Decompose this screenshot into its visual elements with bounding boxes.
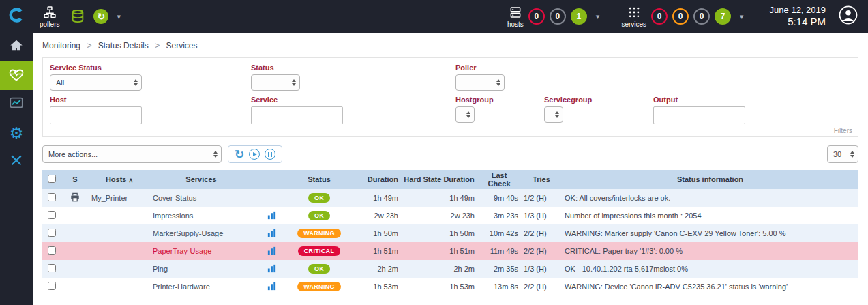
page-size-select[interactable]: 30 — [827, 145, 858, 163]
output-input[interactable] — [653, 106, 745, 124]
status-information-cell: Number of impressions this month : 2054 — [562, 207, 858, 224]
heart-pulse-icon — [8, 66, 25, 85]
duration-cell: 1h 51m — [348, 242, 401, 260]
host-input[interactable] — [50, 106, 142, 124]
services-critical-badge[interactable]: 0 — [651, 8, 668, 25]
service-link[interactable]: Cover-Status — [153, 194, 196, 202]
tries-cell: 1/3 (H) — [521, 260, 562, 278]
sidebar-item-reporting[interactable] — [0, 90, 33, 119]
play-icon[interactable] — [249, 149, 260, 160]
sync-status-icon[interactable]: ↻ — [93, 9, 108, 24]
header-status-information[interactable]: Status information — [562, 170, 858, 189]
pollers-label: pollers — [40, 20, 59, 28]
row-checkbox[interactable] — [48, 282, 56, 290]
service-status-select[interactable]: All — [50, 74, 142, 91]
row-checkbox[interactable] — [48, 264, 56, 272]
service-status-label: Service Status — [50, 63, 251, 72]
services-ok-badge[interactable]: 7 — [715, 8, 731, 25]
select-arrows-icon — [292, 79, 296, 86]
sidebar-item-home[interactable] — [0, 33, 33, 61]
last-check-cell: 9m 40s — [477, 189, 521, 207]
clock: June 12, 2019 5:14 PM — [770, 5, 826, 29]
user-avatar-icon — [838, 5, 858, 28]
header-services[interactable]: Services — [150, 170, 252, 189]
hosts-up-badge[interactable]: 1 — [571, 8, 587, 25]
duration-cell: 2h 2m — [348, 260, 401, 278]
refresh-controls: ↻ — [228, 145, 282, 163]
row-checkbox[interactable] — [48, 246, 56, 255]
header-hosts[interactable]: Hosts∧ — [89, 170, 150, 189]
hosts-menu[interactable]: hosts — [507, 5, 524, 28]
service-link[interactable]: MarkerSupply-Usage — [153, 229, 223, 237]
sidebar-item-monitoring[interactable] — [0, 61, 33, 90]
graph-icon[interactable] — [267, 284, 276, 292]
status-badge: OK — [308, 264, 330, 274]
sidebar-item-configuration[interactable]: ⚙ — [0, 119, 33, 147]
filter-panel: Service Status All Status Poller — [42, 57, 858, 137]
row-checkbox[interactable] — [48, 211, 56, 219]
refresh-icon[interactable]: ↻ — [235, 149, 244, 160]
breadcrumb-monitoring[interactable]: Monitoring — [42, 41, 80, 50]
service-link[interactable]: Ping — [153, 265, 168, 273]
row-checkbox[interactable] — [48, 229, 56, 237]
hard-state-duration-cell: 1h 53m — [401, 278, 477, 295]
breadcrumb-status-details[interactable]: Status Details — [98, 41, 149, 50]
last-check-cell: 3m 23s — [477, 207, 521, 224]
header-hard-state-duration[interactable]: Hard State Duration — [401, 170, 477, 189]
hosts-down-badge[interactable]: 0 — [528, 8, 545, 25]
hostgroup-select[interactable] — [455, 106, 475, 123]
duration-cell: 1h 53m — [348, 278, 401, 295]
database-status-icon[interactable] — [70, 9, 85, 24]
hosts-unreachable-badge[interactable]: 0 — [550, 8, 566, 25]
servicegroup-select[interactable] — [544, 106, 563, 123]
graph-icon[interactable] — [267, 266, 276, 274]
chevron-down-icon[interactable]: ▾ — [596, 12, 600, 21]
service-input[interactable] — [251, 106, 343, 124]
host-link[interactable]: My_Printer — [91, 194, 128, 202]
header-tries[interactable]: Tries — [521, 170, 562, 189]
more-actions-value: More actions... — [48, 150, 98, 158]
header-duration[interactable]: Duration — [348, 170, 401, 189]
graph-icon[interactable] — [267, 213, 276, 221]
page-size-value: 30 — [833, 150, 841, 158]
table-row: PaperTray-Usage CRITICAL 1h 51m 1h 51m 1… — [42, 242, 858, 260]
centreon-logo[interactable] — [0, 0, 33, 33]
graph-icon[interactable] — [267, 248, 276, 257]
chevron-down-icon[interactable]: ▾ — [117, 12, 121, 21]
graph-icon[interactable] — [267, 231, 276, 239]
services-unknown-badge[interactable]: 0 — [693, 8, 710, 25]
pollers-menu[interactable]: pollers — [40, 5, 59, 28]
actions-toolbar: More actions... ↻ 30 — [42, 145, 858, 163]
sidebar-item-administration[interactable] — [0, 147, 33, 176]
select-arrows-icon — [213, 151, 218, 158]
tries-cell: 1/3 (H) — [521, 207, 562, 224]
services-warning-badge[interactable]: 0 — [672, 8, 689, 25]
status-badge: WARNING — [297, 282, 341, 291]
hosts-icon — [509, 5, 522, 19]
row-checkbox[interactable] — [48, 193, 56, 201]
pause-icon[interactable] — [265, 149, 275, 160]
service-link[interactable]: Printer-Hardware — [153, 282, 210, 291]
status-select[interactable] — [251, 74, 300, 91]
header-last-check[interactable]: Last Check — [477, 170, 521, 189]
more-actions-select[interactable]: More actions... — [42, 145, 222, 163]
header-s[interactable]: S — [61, 170, 89, 189]
user-menu[interactable] — [838, 5, 858, 28]
poller-label: Poller — [455, 63, 505, 72]
table-header-row: S Hosts∧ Services Status Duration Hard S… — [42, 170, 858, 189]
header-status[interactable]: Status — [290, 170, 348, 189]
services-menu[interactable]: services — [621, 5, 646, 28]
chevron-down-icon[interactable]: ▾ — [740, 12, 744, 21]
poller-select[interactable] — [455, 74, 505, 91]
breadcrumb-services[interactable]: Services — [166, 41, 197, 50]
select-arrows-icon — [850, 151, 854, 158]
service-status-value: All — [56, 78, 64, 87]
last-check-cell: 10m 42s — [477, 224, 521, 242]
service-link[interactable]: Impressions — [153, 212, 193, 220]
main-content: Monitoring > Status Details > Services S… — [33, 33, 868, 305]
topbar: pollers ↻ ▾ hosts 0 0 1 ▾ — [0, 0, 868, 33]
select-all-checkbox[interactable] — [48, 175, 56, 183]
status-information-cell: WARNING: Marker supply 'Canon C-EXV 29 Y… — [562, 224, 858, 242]
service-link[interactable]: PaperTray-Usage — [153, 247, 211, 255]
output-label: Output — [653, 96, 745, 104]
